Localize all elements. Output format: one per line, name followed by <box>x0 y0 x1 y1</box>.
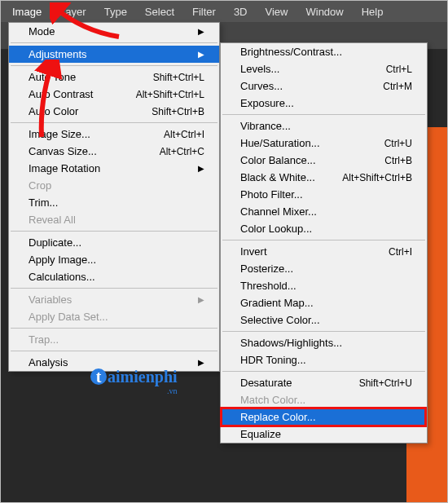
menu-item-shortcut: Shift+Ctrl+L <box>153 72 204 83</box>
menu-item-label: Adjustments <box>29 48 193 60</box>
menu-layer[interactable]: Layer <box>59 6 86 18</box>
adjustments-channel-mixer[interactable]: Channel Mixer... <box>221 203 427 220</box>
menu-item-label: Canvas Size... <box>29 145 152 157</box>
menu-item-label: Replace Color... <box>240 411 412 423</box>
submenu-arrow-icon: ▶ <box>198 50 204 59</box>
menu-item-label: Match Color... <box>240 394 412 406</box>
adjustments-levels[interactable]: Levels...Ctrl+L <box>221 60 427 77</box>
menu-item-shortcut: Ctrl+M <box>383 81 412 92</box>
adjustments-match-color: Match Color... <box>221 391 427 408</box>
adjustments-equalize[interactable]: Equalize <box>221 426 427 443</box>
image-menu-auto-tone[interactable]: Auto ToneShift+Ctrl+L <box>9 68 219 86</box>
menu-separator <box>222 114 425 115</box>
image-menu-dropdown: Mode▶Adjustments▶Auto ToneShift+Ctrl+LAu… <box>8 22 220 372</box>
image-menu-canvas-size[interactable]: Canvas Size...Alt+Ctrl+C <box>9 143 219 160</box>
menu-help[interactable]: Help <box>362 6 384 18</box>
menu-item-shortcut: Shift+Ctrl+B <box>152 106 204 117</box>
image-menu-reveal-all: Reveal All <box>9 211 219 228</box>
adjustments-hdr-toning[interactable]: HDR Toning... <box>221 351 427 368</box>
menu-item-label: Brightness/Contrast... <box>240 46 412 58</box>
adjustments-selective-color[interactable]: Selective Color... <box>221 311 427 329</box>
menu-item-shortcut: Alt+Ctrl+I <box>164 129 204 140</box>
image-menu-auto-color[interactable]: Auto ColorShift+Ctrl+B <box>9 103 219 120</box>
adjustments-exposure[interactable]: Exposure... <box>221 95 427 112</box>
adjustments-photo-filter[interactable]: Photo Filter... <box>221 186 427 203</box>
adjustments-brightness-contrast[interactable]: Brightness/Contrast... <box>221 43 427 60</box>
menu-separator <box>222 331 425 332</box>
menu-item-label: Calculations... <box>29 271 204 283</box>
image-menu-adjustments[interactable]: Adjustments▶ <box>9 46 219 63</box>
menu-item-label: Crop <box>29 179 204 192</box>
menu-item-shortcut: Ctrl+I <box>389 246 412 258</box>
submenu-arrow-icon: ▶ <box>198 295 204 304</box>
submenu-arrow-icon: ▶ <box>198 164 204 173</box>
menu-separator <box>11 351 217 351</box>
adjustments-color-lookup[interactable]: Color Lookup... <box>221 220 427 237</box>
menu-item-label: Channel Mixer... <box>240 205 412 218</box>
adjustments-curves[interactable]: Curves...Ctrl+M <box>221 77 427 95</box>
menu-item-label: HDR Toning... <box>240 354 412 366</box>
menu-item-label: Desaturate <box>240 377 351 389</box>
menu-item-label: Analysis <box>29 356 193 368</box>
menu-item-label: Curves... <box>240 80 375 92</box>
menu-separator <box>222 371 425 372</box>
adjustments-black-white[interactable]: Black & White...Alt+Shift+Ctrl+B <box>221 169 427 186</box>
menu-item-label: Threshold... <box>240 280 412 292</box>
image-menu-apply-image[interactable]: Apply Image... <box>9 251 219 268</box>
adjustments-threshold[interactable]: Threshold... <box>221 277 427 294</box>
adjustments-posterize[interactable]: Posterize... <box>221 260 427 277</box>
menu-item-shortcut: Shift+Ctrl+U <box>359 377 412 389</box>
image-menu-auto-contrast[interactable]: Auto ContrastAlt+Shift+Ctrl+L <box>9 86 219 103</box>
adjustments-replace-color[interactable]: Replace Color... <box>221 408 427 426</box>
menu-separator <box>222 240 425 240</box>
adjustments-invert[interactable]: InvertCtrl+I <box>221 243 427 260</box>
submenu-arrow-icon: ▶ <box>198 27 204 36</box>
menu-select[interactable]: Select <box>145 6 174 18</box>
menu-item-label: Auto Tone <box>29 71 145 83</box>
menu-item-label: Duplicate... <box>29 236 204 249</box>
menu-item-label: Selective Color... <box>240 314 412 326</box>
submenu-arrow-icon: ▶ <box>198 358 204 367</box>
menu-item-label: Image Rotation <box>29 162 193 174</box>
menu-item-label: Mode <box>29 25 193 38</box>
menu-item-label: Black & White... <box>240 171 334 183</box>
menu-item-label: Trim... <box>29 196 204 209</box>
image-menu-image-rotation[interactable]: Image Rotation▶ <box>9 160 219 177</box>
adjustments-desaturate[interactable]: DesaturateShift+Ctrl+U <box>221 374 427 391</box>
image-menu-trim[interactable]: Trim... <box>9 194 219 211</box>
image-menu-calculations[interactable]: Calculations... <box>9 268 219 285</box>
adjustments-submenu: Brightness/Contrast...Levels...Ctrl+LCur… <box>220 42 428 443</box>
adjustments-shadows-highlights[interactable]: Shadows/Highlights... <box>221 334 427 351</box>
menu-window[interactable]: Window <box>305 6 343 18</box>
menu-item-label: Vibrance... <box>240 120 412 132</box>
menu-item-label: Posterize... <box>240 263 412 275</box>
menu-3d[interactable]: 3D <box>234 6 248 18</box>
menu-bar: ImageLayerTypeSelectFilter3DViewWindowHe… <box>1 1 447 22</box>
menu-item-label: Image Size... <box>29 128 156 140</box>
image-menu-duplicate[interactable]: Duplicate... <box>9 234 219 251</box>
menu-item-label: Apply Data Set... <box>29 311 204 323</box>
menu-item-shortcut: Ctrl+B <box>384 155 412 166</box>
menu-item-shortcut: Alt+Ctrl+C <box>160 146 204 157</box>
menu-item-label: Invert <box>240 245 380 258</box>
image-menu-image-size[interactable]: Image Size...Alt+Ctrl+I <box>9 126 219 143</box>
menu-type[interactable]: Type <box>104 6 127 18</box>
menu-item-label: Auto Contrast <box>29 88 128 100</box>
adjustments-vibrance[interactable]: Vibrance... <box>221 117 427 135</box>
menu-item-label: Gradient Map... <box>240 297 412 309</box>
menu-item-label: Apply Image... <box>29 254 204 266</box>
menu-item-label: Photo Filter... <box>240 188 412 201</box>
menu-image[interactable]: Image <box>12 6 42 18</box>
image-menu-mode[interactable]: Mode▶ <box>9 23 219 40</box>
adjustments-hue-saturation[interactable]: Hue/Saturation...Ctrl+U <box>221 135 427 152</box>
menu-item-shortcut: Alt+Shift+Ctrl+L <box>136 89 204 100</box>
menu-separator <box>11 42 217 43</box>
menu-item-label: Color Lookup... <box>240 223 412 235</box>
menu-view[interactable]: View <box>266 6 288 18</box>
menu-item-label: Auto Color <box>29 105 143 117</box>
adjustments-gradient-map[interactable]: Gradient Map... <box>221 294 427 311</box>
menu-separator <box>11 65 217 66</box>
adjustments-color-balance[interactable]: Color Balance...Ctrl+B <box>221 152 427 169</box>
image-menu-crop: Crop <box>9 177 219 194</box>
menu-filter[interactable]: Filter <box>192 6 216 18</box>
